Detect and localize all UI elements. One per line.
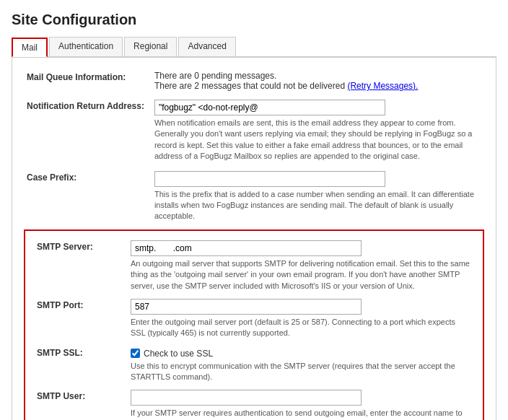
mail-queue-line2: There are 2 messages that could not be d… (154, 81, 419, 91)
smtp-user-help: If your SMTP server requires authenticat… (131, 408, 471, 420)
mail-queue-line1: There are 0 pending messages. (154, 71, 276, 81)
smtp-server-label: SMTP Server: (34, 237, 128, 295)
smtp-server-row: SMTP Server: An outgoing mail server tha… (34, 237, 474, 295)
smtp-port-help: Enter the outgoing mail server port (def… (131, 317, 471, 339)
mail-queue-row: Mail Queue Information: There are 0 pend… (24, 66, 484, 95)
smtp-ssl-value: Check to use SSL Use this to encrypt com… (128, 343, 474, 387)
smtp-port-label: SMTP Port: (34, 295, 128, 343)
case-prefix-help: This is the prefix that is added to a ca… (154, 189, 481, 222)
tab-mail[interactable]: Mail (12, 38, 48, 57)
tab-advanced[interactable]: Advanced (178, 37, 235, 56)
notification-return-value: When notification emails are sent, this … (152, 95, 484, 167)
tab-bar: Mail Authentication Regional Advanced (12, 37, 496, 57)
smtp-ssl-label: SMTP SSL: (34, 343, 128, 387)
smtp-user-input[interactable] (131, 390, 362, 406)
smtp-ssl-help: Use this to encrypt communication with t… (131, 361, 471, 383)
case-prefix-value: This is the prefix that is added to a ca… (152, 167, 484, 227)
case-prefix-row: Case Prefix: This is the prefix that is … (24, 167, 484, 227)
smtp-ssl-checkbox-row: Check to use SSL (131, 349, 471, 359)
smtp-server-help: An outgoing mail server that supports SM… (131, 258, 471, 292)
smtp-ssl-checkbox-label: Check to use SSL (144, 349, 213, 359)
smtp-user-row: SMTP User: If your SMTP server requires … (34, 386, 474, 420)
smtp-ssl-row: SMTP SSL: Check to use SSL Use this to e… (34, 343, 474, 387)
case-prefix-label: Case Prefix: (24, 167, 152, 227)
tab-regional[interactable]: Regional (124, 37, 177, 56)
smtp-port-input[interactable] (131, 299, 362, 315)
smtp-section: SMTP Server: An outgoing mail server tha… (24, 229, 484, 420)
smtp-server-value: An outgoing mail server that supports SM… (128, 237, 474, 295)
smtp-user-value: If your SMTP server requires authenticat… (128, 386, 474, 420)
smtp-table: SMTP Server: An outgoing mail server tha… (34, 237, 474, 420)
mail-queue-value: There are 0 pending messages. There are … (152, 66, 484, 95)
form-table: Mail Queue Information: There are 0 pend… (24, 66, 484, 227)
notification-return-label: Notification Return Address: (24, 95, 152, 167)
smtp-server-input[interactable] (131, 240, 362, 256)
case-prefix-input[interactable] (154, 171, 385, 187)
smtp-ssl-checkbox[interactable] (131, 349, 140, 358)
notification-return-input[interactable] (154, 100, 385, 115)
retry-messages-link[interactable]: (Retry Messages). (347, 81, 418, 91)
notification-return-help: When notification emails are sent, this … (154, 118, 481, 162)
content-box: Mail Queue Information: There are 0 pend… (12, 57, 496, 420)
mail-queue-label: Mail Queue Information: (24, 66, 152, 95)
smtp-port-value: Enter the outgoing mail server port (def… (128, 295, 474, 343)
smtp-user-label: SMTP User: (34, 386, 128, 420)
tab-authentication[interactable]: Authentication (49, 37, 123, 56)
notification-return-row: Notification Return Address: When notifi… (24, 95, 484, 167)
smtp-port-row: SMTP Port: Enter the outgoing mail serve… (34, 295, 474, 343)
page-title: Site Configuration (12, 12, 496, 28)
